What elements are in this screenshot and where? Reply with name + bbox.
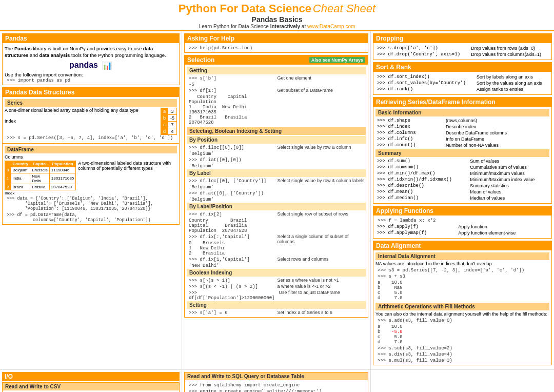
pos-desc: Select single value by row & column <box>278 145 366 169</box>
help-header: Asking For Help <box>185 34 368 43</box>
arith-code3: >>> s.div(s3, fill_value=4) <box>375 351 549 358</box>
table-row: >>> df.drop('Country', axis=1) Drop valu… <box>375 51 549 57</box>
table-row: >>> df.cumsum()Cummulative sum of values <box>375 164 549 170</box>
pos-out2: 'Belgium' <box>187 163 275 169</box>
lp-row3: >>> df.ix[1,'Capital'] 'New Delhi' Selec… <box>187 257 366 269</box>
apply-code2: >>> df.apply(f) <box>375 224 457 230</box>
df-visual: CountryCapitalPopulation 0BelgiumBrussel… <box>5 161 76 195</box>
retrieving-content: Basic Information >>> df.shape(rows,colu… <box>373 108 551 203</box>
set-row: >>> s['a'] = 6 Set index a of Series s t… <box>187 310 366 316</box>
series-code: >>> s = pd.Series([3, -5, 7, 4], index=[… <box>5 135 177 141</box>
sort-desc1: Sort by labels along an axis <box>475 74 549 80</box>
lp-code-col1: >>> df.ix[2] Country Brazil Capital Bras… <box>187 211 275 234</box>
applying-section: Applying Functions >>> f = lambda x: x*2… <box>373 206 552 239</box>
data-alignment-header: Data Alignment <box>373 241 551 250</box>
header-title-main: Python For Data Science <box>179 2 311 15</box>
help-code: >>> help(pd.Series.loc) <box>187 45 366 51</box>
sql-header: Read and Write to SQL Query or Database … <box>185 373 368 380</box>
sort-desc2: Sort by the values along an axis <box>475 80 549 86</box>
bool-row1: >>> s[~(s > 1)] Series s where value is … <box>187 278 366 284</box>
selecting-header: Selecting, Boolean Indexing & Setting <box>187 127 366 135</box>
getting-header: Getting <box>187 67 366 74</box>
header: Python For Data Science Cheat Sheet Pand… <box>0 0 554 31</box>
arith-desc: You can also do the internal data alignm… <box>375 311 549 317</box>
basic-info-header: Basic Information <box>375 109 549 116</box>
sort-code1: >>> df.sort_index() <box>375 74 475 80</box>
series-content: Series A one-dimensional labeled array c… <box>3 98 179 142</box>
retrieving-section: Retrieving Series/DataFrame Information … <box>373 97 552 204</box>
series-desc: A one-dimensional labeled array capable … <box>5 108 159 113</box>
boolean-header: Boolean Indexing <box>187 269 366 277</box>
pandas-logo-text: pandas <box>69 61 98 70</box>
sort-code2: >>> df.sort_values(by='Country') <box>375 80 475 86</box>
apply-code3: >>> df.applymap(f) <box>375 230 457 236</box>
lbl-code-col: >>> df.loc[[0], ['Country']] 'Belgium' >… <box>187 178 275 203</box>
drop-desc1: Drop values from rows (axis=0) <box>469 45 549 51</box>
get-out2: Country Capital Population 1 India New D… <box>187 94 275 126</box>
drop-code1: >>> s.drop(['a', 'c']) <box>375 45 469 51</box>
import-code: >>> import pandas as pd <box>5 77 177 84</box>
dropping-content: >>> s.drop(['a', 'c']) Drop values from … <box>373 44 551 60</box>
table-row: >>> df.columnsDescribe DataFrame columns <box>375 130 549 136</box>
lp-code3: >>> df.ix[1,'Capital'] <box>187 257 275 263</box>
summary-table: >>> df.sum()Sum of values >>> df.cumsum(… <box>375 158 549 201</box>
series-header: Series <box>5 99 177 107</box>
get-desc1: Get one element <box>278 75 366 88</box>
bottom-right-col <box>371 370 554 392</box>
get-code2: >>> df[1:] <box>187 88 275 94</box>
sql-box: Read and Write to SQL Query or Database … <box>184 372 368 392</box>
sql-content: >>> from sqlalchemy import create_engine… <box>185 381 368 392</box>
data-structures-section: Pandas Data Structures Series A one-dime… <box>2 87 180 225</box>
internal-align-header: Internal Data Alignment <box>375 252 549 260</box>
lp-row2: >>> df.ix[:,'Capital'] 0 Brussels 1 New … <box>187 234 366 257</box>
by-labelpos-header: By Label/Position <box>187 203 366 210</box>
table-row: >>> df.applymap(f) Apply function elemen… <box>375 230 549 236</box>
pandas-logo-area: pandas 📊 <box>5 61 177 70</box>
lp-desc2: Select a single column of subset of colu… <box>278 234 366 257</box>
drop-desc2: Drop values from columns(axis=1) <box>469 51 549 57</box>
df-table: CountryCapitalPopulation 0BelgiumBrussel… <box>5 161 76 190</box>
arith-out1: a 10.0 b -5.0 c 5.0 d 7.0 <box>375 324 549 345</box>
getting-row2: >>> df[1:] Country Capital Population 1 … <box>187 88 366 126</box>
table-row: >>> df.mean()Mean of values <box>375 189 549 195</box>
csv-header: Read and Write to CSV <box>3 383 179 390</box>
bool-code2: >>> s[(s < -1) | (s > 2)] <box>187 284 275 290</box>
header-link: Learn Python for Data Science Interactiv… <box>0 24 554 29</box>
lp-out3: 'New Delhi' <box>187 263 275 269</box>
pos-code2: >>> df.iat([0],[0]) <box>187 157 275 163</box>
s3-code: >>> s3 = pd.Series([7, -2, 3], index=['a… <box>375 267 549 273</box>
df-desc: A two-dimensional labeled data structure… <box>78 161 177 171</box>
sort-desc3: Assign ranks to entries <box>475 86 549 92</box>
selection-header: Selection Also see NumPy Arrays <box>185 55 368 65</box>
series-layout: A one-dimensional labeled array capable … <box>5 108 177 135</box>
dropping-section: Dropping >>> s.drop(['a', 'c']) Drop val… <box>373 33 552 60</box>
arith-header: Arithmetic Operations with Fill Methods <box>375 303 549 310</box>
lp-code1: >>> df.ix[2] <box>187 211 275 218</box>
add-out: a 10.0 b NaN c 5.0 d 7.0 <box>375 280 549 301</box>
right-column: Dropping >>> s.drop(['a', 'c']) Drop val… <box>371 31 554 369</box>
sort-rank-section: Sort & Rank >>> df.sort_index() Sort by … <box>373 62 552 95</box>
by-lbl-row: >>> df.loc[[0], ['Country']] 'Belgium' >… <box>187 178 366 203</box>
io-header: I/O <box>2 372 180 381</box>
lbl-code2: >>> df.at([0], ['Country']) <box>187 190 275 197</box>
center-column: Asking For Help >>> help(pd.Series.loc) … <box>182 31 371 369</box>
bool-row3: >>> df[df['Population']>1200000000] Use … <box>187 290 366 301</box>
sort-rank-header: Sort & Rank <box>373 63 551 72</box>
header-subtitle: Pandas Basics <box>0 15 554 24</box>
help-content: >>> help(pd.Series.loc) <box>185 44 368 52</box>
data-alignment-content: Internal Data Alignment NA values are in… <box>373 251 551 365</box>
lbl-code1: >>> df.loc[[0], ['Country']] <box>187 178 275 184</box>
index-label: Index <box>5 119 159 124</box>
table-row: >>> df.median()Median of values <box>375 195 549 201</box>
add-code: >>> s + s3 <box>375 273 549 280</box>
bool-desc1: Series s where value is not >1 <box>278 278 366 284</box>
retrieving-header: Retrieving Series/DataFrame Information <box>373 97 551 107</box>
table-row: >>> df.indexDescribe index <box>375 124 549 130</box>
arith-code1: >>> s.add(s3, fill_value=0) <box>375 318 549 324</box>
df-code: >>> df = pd.DataFrame(data, columns=['Co… <box>5 212 177 223</box>
table-row: >>> df.apply(f) Apply function <box>375 224 549 230</box>
applying-header: Applying Functions <box>373 206 551 215</box>
set-desc: Set index a of Series s to 6 <box>278 310 366 316</box>
arith-code4: >>> s.mul(s3, fill_value=3) <box>375 358 549 364</box>
io-section: I/O Read and Write to CSV >>> pd.read_cs… <box>0 370 182 392</box>
